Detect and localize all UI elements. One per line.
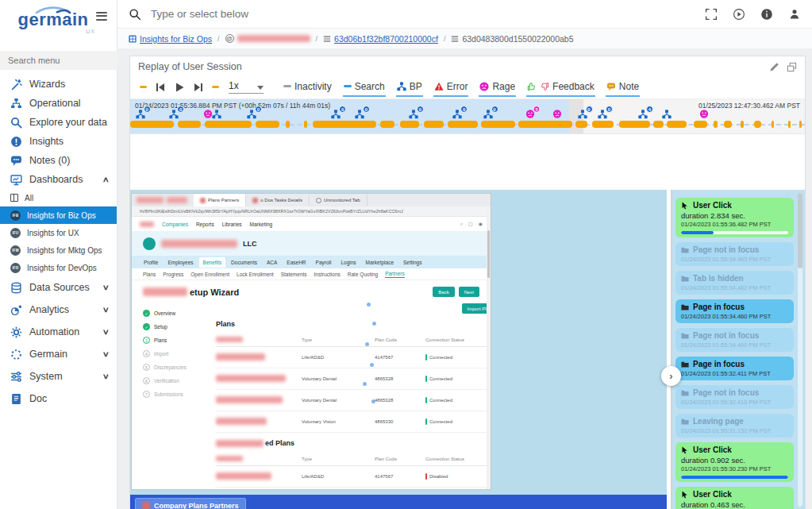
disconnected-plans-title: ed Plans xyxy=(216,439,491,447)
events-scrollbar[interactable] xyxy=(798,193,802,507)
bp-marker[interactable]: 4 xyxy=(638,110,648,119)
event-card-page-not-in-focus[interactable]: Page not in focus01/24/2023 01:55:34.460… xyxy=(675,328,794,352)
sidebar-item-label: All xyxy=(25,194,33,202)
skip-to-end-button[interactable] xyxy=(193,82,204,93)
bp-marker[interactable]: 0 xyxy=(483,110,493,119)
legend-toggle-bp[interactable]: BP xyxy=(396,78,423,97)
sidebar-item-operational[interactable]: Operational xyxy=(0,94,117,113)
bp-marker[interactable] xyxy=(662,110,672,119)
dashboard-badge: IFB xyxy=(10,210,21,221)
sidebar-item-explore-your-data[interactable]: Explore your data xyxy=(0,113,117,132)
event-card-user-click[interactable]: User Clickduration 0.902 sec.01/24/2023 … xyxy=(675,442,794,482)
sidebar-item-doc[interactable]: Doc xyxy=(0,388,117,410)
bp-marker[interactable]: 0 xyxy=(355,110,364,119)
bp-marker[interactable]: 0 xyxy=(578,110,587,119)
play-button[interactable] xyxy=(174,82,185,93)
activity-segment xyxy=(788,121,791,128)
sidebar-item-insights-for-devops[interactable]: IFDInsights for DevOps xyxy=(0,259,117,276)
sidebar-search-input[interactable] xyxy=(0,51,117,70)
sidebar-item-system[interactable]: System∨ xyxy=(0,365,117,388)
popout-icon[interactable] xyxy=(787,62,797,72)
activity-segment xyxy=(799,121,802,128)
sidebar-item-automation[interactable]: Automation∨ xyxy=(0,321,117,343)
sidebar-item-all[interactable]: All xyxy=(0,189,117,206)
info-icon xyxy=(760,8,773,21)
breadcrumb-item-insights-for-biz-ops[interactable]: Insights for Biz Ops xyxy=(129,34,212,44)
edit-icon[interactable] xyxy=(769,62,779,72)
activity-segment xyxy=(518,121,572,128)
bp-marker[interactable]: 0 xyxy=(136,110,145,119)
breadcrumb-item-63d06b1f32bf8700210000cf[interactable]: 63d06b1f32bf8700210000cf xyxy=(323,34,438,44)
user-icon[interactable] xyxy=(788,8,801,21)
playback-speed-select[interactable]: 1x xyxy=(229,80,264,94)
redacted-blob xyxy=(216,456,243,461)
replayed-tab-easehr: EaseHR xyxy=(283,257,310,268)
marker-badge: 0 xyxy=(586,106,593,113)
collapse-events-button[interactable]: › xyxy=(661,366,681,386)
legend-toggle-inactivity[interactable]: Inactivity xyxy=(283,78,333,97)
event-title-row: User Click xyxy=(681,490,788,499)
event-card-page-not-in-focus[interactable]: Page not in focus01/24/2023 01:55:32.410… xyxy=(675,385,794,409)
bp-marker[interactable]: 0 xyxy=(247,110,256,119)
info-icon[interactable] xyxy=(760,8,773,21)
bp-marker[interactable] xyxy=(212,110,221,119)
legend-toggle-error[interactable]: Error xyxy=(433,78,469,97)
sidebar-item-analytics[interactable]: Analytics∨ xyxy=(0,299,117,321)
wizard-step-circle: ✓ xyxy=(143,310,150,317)
rage-marker[interactable] xyxy=(553,110,562,118)
bp-marker[interactable]: 0 xyxy=(598,110,607,119)
bp-marker[interactable]: 0 xyxy=(331,110,341,119)
event-card-user-click[interactable]: User Clickduration 0.463 sec.01/24/2023 … xyxy=(675,487,794,509)
rage-marker[interactable] xyxy=(203,110,212,118)
session-timeline[interactable]: 01/24/2023 01:55:36.884 PM PST (+00h 52m… xyxy=(130,99,805,134)
sidebar-item-germain[interactable]: Germain∨ xyxy=(0,343,117,365)
topbar-icons xyxy=(705,8,801,21)
column-header-plan-code: Plan Code xyxy=(375,337,425,342)
legend-label: Search xyxy=(355,81,385,92)
sidebar-item-insights-for-mktg-ops[interactable]: IFMInsights for Mktg Ops xyxy=(0,241,117,259)
event-timestamp: 01/24/2023 01:55:34.460 PM PST xyxy=(681,341,788,349)
marker-badge: 5 xyxy=(533,106,541,113)
sidebar-item-insights-for-biz-ops[interactable]: IFBInsights for Biz Ops xyxy=(0,206,117,224)
browser-tab-label: Plans Partners xyxy=(208,198,239,202)
event-card-page-not-in-focus[interactable]: Page not in focus01/24/2023 01:55:34.463… xyxy=(675,242,794,266)
menu-toggle-icon[interactable] xyxy=(96,10,107,22)
event-card-leaving-page[interactable]: Leaving page01/24/2023 01:55:31.132 PM P… xyxy=(675,414,794,438)
rage-marker[interactable] xyxy=(699,110,708,118)
event-card-page-in-focus[interactable]: Page in focus01/24/2023 01:55:34.460 PM … xyxy=(675,299,794,323)
wizard-step-circle: 3 xyxy=(143,337,150,344)
sidebar-item-wizards[interactable]: Wizards xyxy=(0,75,117,94)
event-card-user-click[interactable]: User Clickduration 2.834 sec.01/24/2023 … xyxy=(675,198,794,237)
book-icon xyxy=(10,393,22,405)
bp-marker[interactable]: 0 xyxy=(409,110,418,119)
bp-marker[interactable]: 0 xyxy=(452,110,462,119)
activity-segment xyxy=(256,121,279,128)
sidebar: germain ux WizardsOperationalExplore you… xyxy=(0,0,117,509)
legend-toggle-feedback[interactable]: Feedback xyxy=(526,78,595,97)
legend-toggle-rage[interactable]: Rage xyxy=(479,78,516,97)
breadcrumb-link[interactable]: Insights for Biz Ops xyxy=(140,34,212,44)
status-bar-icon xyxy=(425,418,427,425)
sidebar-item-notes-0[interactable]: Notes (0) xyxy=(0,151,117,170)
skip-to-start-button[interactable] xyxy=(155,82,166,93)
rage-marker[interactable]: 5 xyxy=(526,110,535,118)
bp-marker[interactable]: 0 xyxy=(169,110,179,119)
fullscreen-icon[interactable] xyxy=(705,8,718,21)
replayed-subtab-rate-quoting: Rate Quoting xyxy=(348,272,378,277)
event-timestamp: 01/24/2023 01:55:34.462 PM PST xyxy=(681,284,788,291)
sidebar-item-data-sources[interactable]: Data Sources∨ xyxy=(0,276,117,299)
global-search-input[interactable] xyxy=(149,7,705,21)
activity-segment xyxy=(714,121,717,128)
legend-toggle-search[interactable]: Search xyxy=(343,78,386,97)
sidebar-item-dashboards[interactable]: Dashboards∧ xyxy=(0,170,117,189)
sidebar-item-insights-for-ux[interactable]: IFUInsights for UX xyxy=(0,224,117,241)
breadcrumb-link[interactable]: 63d06b1f32bf8700210000cf xyxy=(334,34,438,44)
sidebar-item-label: Insights for Mktg Ops xyxy=(27,246,102,255)
sidebar-item-insights[interactable]: Insights xyxy=(0,132,117,151)
legend-toggle-note[interactable]: Note xyxy=(606,78,640,97)
event-card-tab-is-hidden[interactable]: Tab is hidden01/24/2023 01:55:34.462 PM … xyxy=(675,271,794,295)
event-card-page-in-focus[interactable]: Page in focus01/24/2023 01:55:32.411 PM … xyxy=(675,357,794,380)
play-circle-icon xyxy=(733,8,745,21)
replay-viewport[interactable]: Plans Partnerso Dos Tasks DetailsUnmonit… xyxy=(130,190,667,509)
play-circle-icon[interactable] xyxy=(733,8,745,21)
